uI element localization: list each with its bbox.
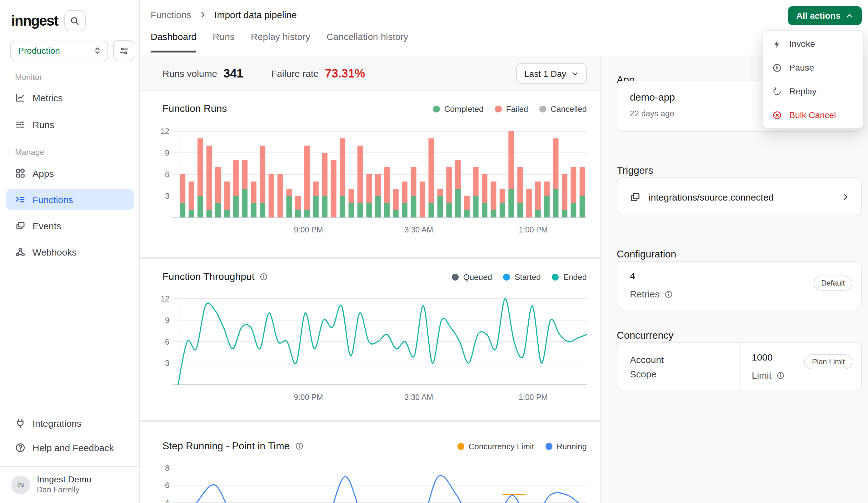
step-running-section: Step Running - Point in Time Concurrency… bbox=[140, 422, 600, 503]
step-running-chart: 864 bbox=[140, 422, 600, 503]
filter-sliders-icon bbox=[119, 46, 128, 55]
org-name: Inngest Demo bbox=[37, 474, 91, 485]
function-runs-chart: 129639:00 PM3:30 AM1:00 PM bbox=[140, 91, 600, 257]
environment-selector[interactable]: Production bbox=[10, 40, 108, 61]
stat-runs-volume: Runs volume 341 bbox=[163, 56, 244, 91]
cancel-circle-icon bbox=[772, 110, 782, 120]
concurrency-card: Account Scope 1000 Limit Plan Limit bbox=[617, 342, 862, 391]
triggers-heading: Triggers bbox=[617, 165, 653, 176]
menu-item-invoke[interactable]: Invoke bbox=[763, 32, 863, 55]
svg-text:8: 8 bbox=[165, 464, 169, 472]
app-root: inngest Production Monitor Metrics Runs … bbox=[0, 0, 868, 503]
svg-text:4: 4 bbox=[165, 498, 169, 503]
search-icon bbox=[70, 16, 80, 25]
avatar: IN bbox=[11, 475, 30, 494]
svg-text:3:30 AM: 3:30 AM bbox=[405, 225, 433, 234]
breadcrumb-current: Import data pipeline bbox=[214, 9, 297, 20]
menu-item-pause[interactable]: Pause bbox=[763, 55, 863, 79]
stat-value-failure: 73.31% bbox=[325, 66, 365, 80]
pause-circle-icon bbox=[772, 63, 782, 72]
sidebar-item-label: Integrations bbox=[32, 418, 82, 428]
svg-text:3:30 AM: 3:30 AM bbox=[405, 393, 433, 401]
all-actions-button[interactable]: All actions bbox=[788, 6, 862, 25]
chevron-up-icon bbox=[846, 12, 854, 20]
environment-settings-button[interactable] bbox=[113, 40, 134, 61]
stat-label: Runs volume bbox=[163, 68, 217, 79]
webhooks-icon bbox=[15, 246, 25, 257]
menu-item-label: Pause bbox=[789, 62, 814, 72]
concurrency-limit: 1000 Limit Plan Limit bbox=[741, 343, 861, 391]
sidebar-item-label: Events bbox=[32, 220, 61, 231]
sidebar-item-runs[interactable]: Runs bbox=[6, 114, 134, 135]
time-range-select[interactable]: Last 1 Day bbox=[516, 63, 587, 84]
sidebar-item-functions[interactable]: Functions bbox=[6, 189, 134, 210]
search-button[interactable] bbox=[64, 10, 86, 31]
svg-text:3: 3 bbox=[165, 359, 169, 367]
environment-label: Production bbox=[18, 45, 60, 55]
tab-runs[interactable]: Runs bbox=[213, 31, 235, 52]
tab-bar: Dashboard Runs Replay history Cancellati… bbox=[151, 31, 409, 52]
menu-item-replay[interactable]: Replay bbox=[763, 79, 863, 103]
sidebar-item-label: Runs bbox=[32, 119, 54, 130]
chevron-right-icon bbox=[199, 11, 207, 19]
sidebar-item-integrations[interactable]: Integrations bbox=[6, 412, 134, 434]
stats-row: Runs volume 341 Failure rate 73.31% Last… bbox=[140, 56, 600, 91]
stat-failure-rate: Failure rate 73.31% bbox=[271, 56, 365, 91]
default-badge: Default bbox=[814, 276, 852, 290]
breadcrumb: Functions Import data pipeline bbox=[151, 9, 297, 20]
metrics-chart-icon bbox=[15, 92, 25, 103]
functions-icon bbox=[15, 194, 25, 205]
sidebar-item-apps[interactable]: Apps bbox=[6, 163, 134, 184]
plan-limit-badge: Plan Limit bbox=[805, 354, 852, 369]
svg-text:12: 12 bbox=[161, 294, 169, 303]
chevron-down-icon bbox=[571, 70, 579, 77]
trigger-name: integrations/source.connected bbox=[649, 192, 833, 202]
apps-grid-icon bbox=[15, 168, 25, 178]
sidebar-item-webhooks[interactable]: Webhooks bbox=[6, 241, 134, 263]
menu-item-label: Bulk Cancel bbox=[789, 110, 836, 120]
tab-dashboard[interactable]: Dashboard bbox=[151, 31, 197, 52]
info-icon[interactable] bbox=[776, 371, 785, 380]
info-icon[interactable] bbox=[664, 290, 673, 298]
time-range-label: Last 1 Day bbox=[524, 69, 566, 79]
replay-icon bbox=[772, 86, 782, 96]
stat-label: Failure rate bbox=[271, 68, 319, 79]
sidebar-item-metrics[interactable]: Metrics bbox=[6, 87, 134, 108]
inngest-logo: inngest bbox=[11, 12, 58, 29]
menu-item-label: Replay bbox=[789, 86, 816, 96]
breadcrumb-functions[interactable]: Functions bbox=[151, 9, 191, 20]
runs-list-icon bbox=[15, 119, 25, 130]
stat-value: 341 bbox=[224, 66, 243, 80]
sidebar-item-label: Metrics bbox=[32, 92, 63, 103]
plug-icon bbox=[15, 418, 25, 428]
svg-text:6: 6 bbox=[165, 170, 169, 179]
dashboard-content: Runs volume 341 Failure rate 73.31% Last… bbox=[140, 56, 600, 503]
svg-text:3: 3 bbox=[165, 192, 169, 200]
event-icon bbox=[630, 192, 641, 202]
tab-cancellation-history[interactable]: Cancellation history bbox=[327, 31, 409, 52]
sidebar-section-manage: Manage bbox=[0, 147, 44, 157]
function-throughput-chart: 129639:00 PM3:30 AM1:00 PM bbox=[140, 259, 600, 420]
svg-text:9:00 PM: 9:00 PM bbox=[294, 393, 323, 401]
function-runs-section: Function Runs CompletedFailedCancelled 1… bbox=[140, 91, 600, 259]
chevrons-up-down-icon bbox=[93, 46, 102, 55]
menu-item-bulk-cancel[interactable]: Bulk Cancel bbox=[763, 103, 863, 127]
sidebar-item-label: Webhooks bbox=[32, 246, 76, 257]
svg-text:12: 12 bbox=[161, 127, 169, 136]
menu-item-label: Invoke bbox=[789, 39, 815, 49]
function-throughput-section: Function Throughput QueuedStartedEnded 1… bbox=[140, 259, 600, 422]
limit-label: Limit bbox=[752, 370, 861, 381]
sidebar-item-help[interactable]: Help and Feedback bbox=[6, 437, 134, 458]
retries-card: 4 Retries Default bbox=[617, 261, 862, 309]
sidebar-item-events[interactable]: Events bbox=[6, 215, 134, 236]
sidebar-item-label: Help and Feedback bbox=[32, 442, 114, 453]
help-circle-icon bbox=[15, 442, 25, 453]
user-account-button[interactable]: IN Inngest Demo Dan Farrelly bbox=[0, 466, 140, 503]
page-header: Functions Import data pipeline Dashboard… bbox=[140, 0, 868, 56]
chevron-right-icon bbox=[841, 193, 850, 201]
trigger-card[interactable]: integrations/source.connected bbox=[617, 177, 862, 216]
svg-text:6: 6 bbox=[165, 481, 169, 490]
svg-text:1:00 PM: 1:00 PM bbox=[519, 225, 548, 234]
events-windows-icon bbox=[15, 220, 25, 231]
tab-replay-history[interactable]: Replay history bbox=[251, 31, 310, 52]
